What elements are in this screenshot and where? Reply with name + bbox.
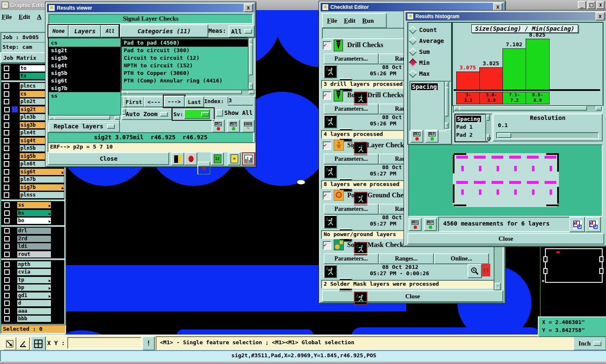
attr-item-pad2[interactable]: Pad 2: [456, 131, 486, 139]
rv-categories-list[interactable]: Pad to pad (4560)Pad to circuit (300)Cir…: [121, 37, 249, 91]
zoom-corner-button[interactable]: [3, 337, 16, 351]
restore-button[interactable]: [587, 1, 595, 9]
layer-checkbox[interactable]: [3, 122, 11, 128]
layer-checkbox[interactable]: [3, 83, 11, 90]
layer-checkbox[interactable]: [3, 90, 11, 97]
rv-replace-layers-dropdown[interactable]: Replace layers: [48, 120, 120, 133]
checklist-menu-run[interactable]: Run: [362, 17, 374, 24]
layer-checkbox[interactable]: [3, 218, 11, 224]
rv-layer-item-sig5b[interactable]: sig5b: [49, 69, 120, 77]
radio-diamond-icon[interactable]: [409, 69, 417, 78]
rv-nav-prev[interactable]: <---: [144, 96, 164, 107]
layer-name-bp[interactable]: bp▲: [17, 284, 51, 291]
histogram-import-button[interactable]: ←: [585, 217, 601, 232]
histogram-title-bar[interactable]: ✕ Results histogram X: [406, 12, 606, 21]
measure-angle-button[interactable]: x: [16, 337, 30, 351]
menu-item-a[interactable]: A: [37, 13, 42, 21]
rv-close-button[interactable]: Close: [48, 152, 169, 165]
layer-row[interactable]: rout: [1, 251, 64, 258]
run-icon[interactable]: [324, 265, 337, 278]
layer-checkbox[interactable]: [3, 284, 11, 291]
layer-name-bs[interactable]: bs▲: [17, 210, 51, 217]
layer-checkbox[interactable]: [3, 269, 11, 276]
slider-thumb[interactable]: [497, 133, 511, 138]
stat-option-average[interactable]: Average: [410, 35, 451, 46]
histogram-ref-button[interactable]: REF: [425, 130, 439, 143]
rv-categories-header[interactable]: Categories (11): [120, 24, 208, 37]
histogram-close-icon[interactable]: X: [595, 12, 605, 21]
section-checkbox[interactable]: ✔: [323, 241, 331, 250]
rv-showall-checkbox[interactable]: [216, 109, 223, 117]
rv-layers-icon-button[interactable]: 12: [211, 152, 224, 165]
checklist-title-bar[interactable]: ✕ Checklist Editor X: [321, 3, 504, 11]
rv-category-item[interactable]: PTH to Copper (3060): [122, 69, 248, 77]
rv-layer-item-sig7b[interactable]: sig7b: [49, 85, 120, 92]
layer-checkbox[interactable]: [3, 192, 11, 199]
menu-item-edit[interactable]: Edit: [19, 13, 30, 21]
layer-row[interactable]: bo▲: [1, 217, 64, 224]
layer-checkbox[interactable]: [3, 300, 11, 307]
checklist-close-button[interactable]: Close: [322, 290, 503, 302]
layer-row[interactable]: ss▲: [1, 202, 64, 209]
rv-filter-layers[interactable]: Layers: [69, 25, 101, 37]
minimize-button[interactable]: _: [578, 1, 586, 9]
checklist-menu-bar[interactable]: FileEditRun: [322, 13, 387, 28]
section-magnify-button[interactable]: [468, 264, 482, 278]
resolution-slider[interactable]: [496, 132, 599, 139]
layer-row[interactable]: 2rd: [1, 235, 64, 242]
main-menu-bar[interactable]: FileEditA: [2, 13, 48, 21]
section-alert-button[interactable]: !!: [482, 264, 490, 276]
layer-name-sig7b[interactable]: sig7b▲: [19, 184, 64, 191]
section-button-ranges[interactable]: Ranges...: [379, 253, 434, 264]
layer-checkbox[interactable]: [3, 202, 11, 209]
layer-name-ss[interactable]: ss▲: [17, 202, 51, 209]
layer-checkbox[interactable]: [3, 65, 11, 72]
layer-row[interactable]: tp▲: [1, 276, 64, 284]
layer-checkbox[interactable]: [3, 228, 11, 234]
stat-option-min[interactable]: Min: [410, 57, 451, 68]
layer-name-d[interactable]: d: [17, 300, 51, 307]
rv-filter-all[interactable]: All: [101, 25, 119, 37]
checklist-menu-file[interactable]: File: [327, 17, 337, 24]
section-button-parameters[interactable]: Parameters...: [324, 154, 379, 165]
rv-category-item[interactable]: Pad to pad (4560): [122, 39, 248, 47]
section-button-parameters[interactable]: Parameters...: [324, 253, 379, 264]
layer-row[interactable]: cvia: [1, 268, 64, 276]
rv-layer-list[interactable]: cssig2tsig3bsig4tsig5bsig6tsig7bss: [48, 37, 121, 117]
rv-category-item[interactable]: PTH (Comp) Annular ring (4416): [122, 77, 248, 85]
histogram-measure-scrollbar[interactable]: △▽: [444, 81, 451, 130]
layer-name-drl[interactable]: drl: [17, 227, 51, 234]
rv-nav-first[interactable]: First: [123, 96, 144, 107]
layer-checkbox[interactable]: [3, 261, 11, 268]
layer-row[interactable]: sig7b▲: [1, 184, 64, 191]
layer-checkbox[interactable]: [3, 161, 11, 167]
layer-checkbox[interactable]: [3, 184, 11, 191]
rv-nav-next[interactable]: --->: [164, 96, 185, 107]
results-viewer-title-bar[interactable]: ✕ Results viewer X: [47, 4, 254, 12]
layer-row[interactable]: bs▲: [1, 210, 64, 217]
rv-category-item[interactable]: NPTH to circuit (152): [122, 62, 248, 69]
layer-name-gd1[interactable]: gd1▲: [17, 292, 51, 299]
unit-dropdown[interactable]: Inch: [573, 336, 606, 351]
radio-diamond-icon[interactable]: [409, 48, 417, 56]
grid-toggle-button[interactable]: [31, 336, 46, 351]
rv-index-input[interactable]: 3: [228, 96, 253, 106]
layer-name-bbb[interactable]: bbb: [17, 315, 51, 322]
layer-row[interactable]: aaa: [1, 308, 64, 315]
rv-layer-item-sig6t[interactable]: sig6t: [49, 77, 120, 85]
section-button-online[interactable]: Online...: [434, 253, 489, 264]
rv-category-item[interactable]: Pad to circuit (300): [122, 47, 248, 54]
rv-exit-icon-button[interactable]: [171, 152, 184, 165]
layer-row[interactable]: ldi: [1, 243, 64, 250]
layer-name-bo[interactable]: bo▲: [17, 217, 51, 224]
layer-name-2rd[interactable]: 2rd: [17, 235, 51, 242]
overview-panel[interactable]: ×: [540, 243, 606, 316]
alert-button[interactable]: !: [142, 336, 155, 351]
layer-row[interactable]: npth: [1, 261, 64, 268]
rv-capture-icon-button[interactable]: [184, 152, 197, 165]
layer-name-tp[interactable]: tp▲: [17, 276, 51, 284]
rv-undo-button[interactable]: UNDO↷: [242, 120, 255, 133]
layer-checkbox[interactable]: [3, 73, 11, 80]
rv-autozoom-dropdown[interactable]: Auto Zoom: [122, 108, 172, 120]
menu-item-file[interactable]: File: [2, 13, 12, 21]
